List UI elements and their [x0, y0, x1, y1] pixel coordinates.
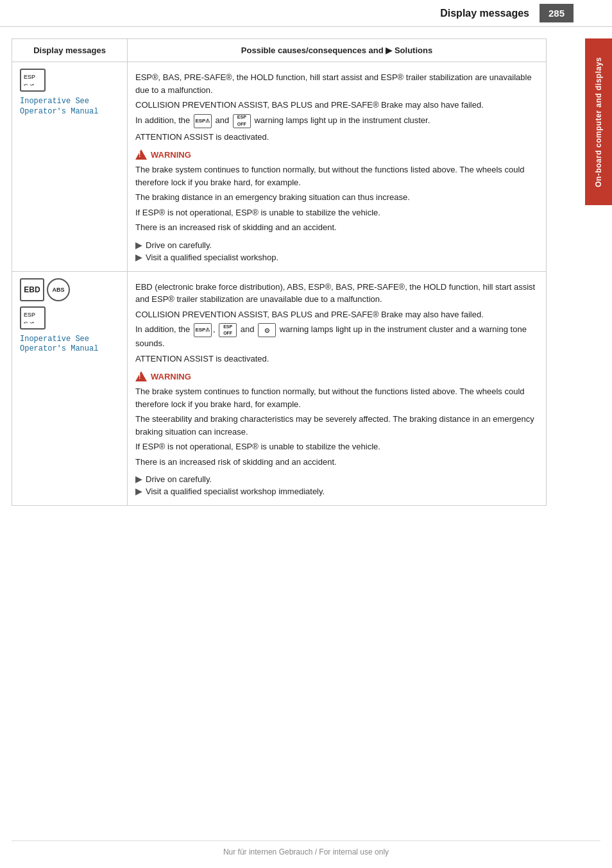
header: Display messages 285	[0, 0, 612, 27]
row1-warn-p1: The brake system continues to function n…	[135, 163, 538, 188]
svg-text:ESP: ESP	[24, 312, 35, 318]
esp-icon-2: ESP ⤺ ⤻	[20, 306, 46, 330]
row1-bullet2: ▶ Visit a qualified specialist workshop.	[135, 253, 538, 262]
warning-title-2: WARNING	[135, 371, 538, 381]
warning-lamp-icon-1a: ESP⚠	[194, 114, 212, 128]
svg-text:⤺ ⤻: ⤺ ⤻	[24, 82, 34, 88]
svg-text:⤺ ⤻: ⤺ ⤻	[24, 320, 34, 326]
warning-lamp-icon-1b: ESPOFF	[233, 114, 251, 128]
row2-warn-p2: The steerability and braking characteris…	[135, 413, 538, 438]
warning-lamp-icon-2c: ⊙	[258, 323, 276, 337]
svg-text:ESP: ESP	[24, 74, 35, 80]
icon-label-1: Inoperative See Operator's Manual	[20, 97, 98, 117]
row1-warn-p3: If ESP® is not operational, ESP® is unab…	[135, 206, 538, 219]
table-row: EBD ABS ESP ⤺ ⤻ Inoperative See Operator…	[12, 271, 547, 506]
bullet-arrow-icon-3: ▶	[135, 474, 142, 484]
footer-text: Nur für internen Gebrauch / For internal…	[223, 847, 389, 856]
warning-triangle-icon-1	[135, 149, 147, 160]
ebd-abs-row: EBD ABS	[20, 278, 70, 301]
doc-table: Display messages Possible causes/consequ…	[12, 38, 547, 506]
row1-warn-p2: The braking distance in an emergency bra…	[135, 191, 538, 204]
side-tab-label: On-board computer and displays	[585, 38, 612, 205]
causes-cell-2: EBD (electronic brake force distribution…	[128, 271, 547, 506]
warning-block-2: WARNING The brake system continues to fu…	[135, 371, 538, 468]
abs-icon: ABS	[47, 278, 70, 301]
warning-lamp-icon-2a: ESP⚠	[194, 323, 212, 337]
col-header-display: Display messages	[12, 39, 128, 62]
bullet-arrow-icon: ▶	[135, 240, 142, 250]
row1-para3: In addition, the ESP⚠ and ESPOFF warning…	[135, 114, 538, 128]
row1-para1: ESP®, BAS, PRE-SAFE®, the HOLD function,…	[135, 71, 538, 96]
row1-bullet1: ▶ Drive on carefully.	[135, 240, 538, 250]
col-header-causes: Possible causes/consequences and ▶ Solut…	[128, 39, 547, 62]
row2-para4: ATTENTION ASSIST is deactivated.	[135, 353, 538, 365]
header-title: Display messages	[440, 8, 529, 19]
bullet-arrow-icon-2: ▶	[135, 253, 142, 262]
warning-triangle-icon-2	[135, 371, 147, 381]
row2-para2: COLLISION PREVENTION ASSIST, BAS PLUS an…	[135, 308, 538, 321]
icon-label-2: Inoperative See Operator's Manual	[20, 335, 98, 355]
row2-bullet1: ▶ Drive on carefully.	[135, 474, 538, 484]
footer: Nur für internen Gebrauch / For internal…	[12, 840, 600, 856]
bullet-arrow-icon-4: ▶	[135, 487, 142, 496]
row2-bullet2: ▶ Visit a qualified specialist workshop …	[135, 487, 538, 496]
warning-block-1: WARNING The brake system continues to fu…	[135, 149, 538, 234]
display-cell-1: ESP ⤺ ⤻ Inoperative See Operator's Manua…	[12, 62, 128, 272]
icon-area-1: ESP ⤺ ⤻ Inoperative See Operator's Manua…	[20, 69, 119, 117]
row2-para3: In addition, the ESP⚠, ESPOFF and ⊙ warn…	[135, 323, 538, 350]
page-number: 285	[540, 4, 574, 22]
row2-warn-p4: There is an increased risk of skidding a…	[135, 456, 538, 469]
icon-area-2: EBD ABS ESP ⤺ ⤻ Inoperative See Operator…	[20, 278, 119, 355]
main-content: Display messages Possible causes/consequ…	[0, 27, 585, 517]
row1-para2: COLLISION PREVENTION ASSIST, BAS PLUS an…	[135, 99, 538, 112]
causes-cell-1: ESP®, BAS, PRE-SAFE®, the HOLD function,…	[128, 62, 547, 272]
row1-para4: ATTENTION ASSIST is deactivated.	[135, 131, 538, 144]
esp-icon-1: ESP ⤺ ⤻	[20, 69, 46, 92]
ebd-icon: EBD	[20, 278, 44, 301]
table-row: ESP ⤺ ⤻ Inoperative See Operator's Manua…	[12, 62, 547, 272]
warning-lamp-icon-2b: ESPOFF	[219, 323, 237, 337]
row2-warn-p1: The brake system continues to function n…	[135, 385, 538, 410]
row2-para1: EBD (electronic brake force distribution…	[135, 281, 538, 306]
row1-warn-p4: There is an increased risk of skidding a…	[135, 221, 538, 234]
warning-title-1: WARNING	[135, 149, 538, 160]
row2-warn-p3: If ESP® is not operational, ESP® is unab…	[135, 440, 538, 453]
display-cell-2: EBD ABS ESP ⤺ ⤻ Inoperative See Operator…	[12, 271, 128, 506]
